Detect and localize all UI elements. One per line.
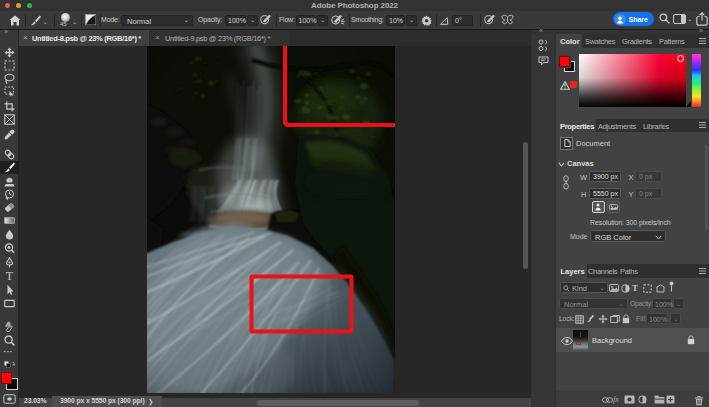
svg-text:T: T [6, 270, 14, 281]
